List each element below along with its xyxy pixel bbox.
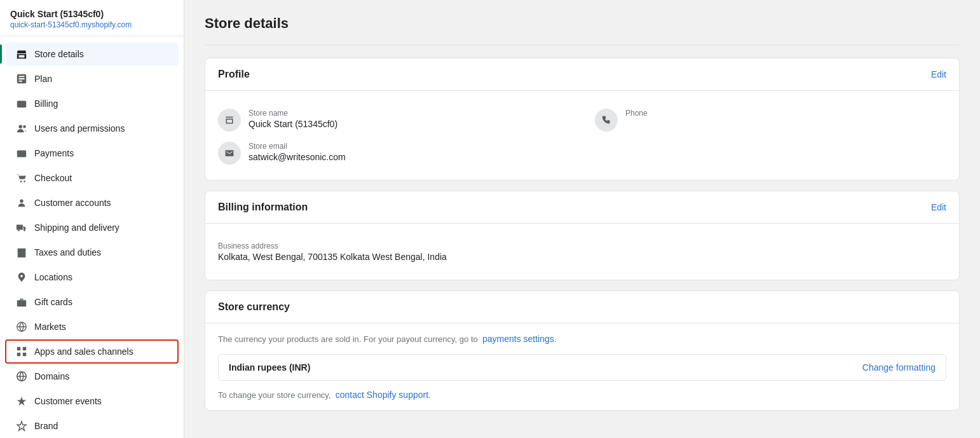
sidebar-item-label-markets: Markets (34, 322, 66, 332)
sidebar-item-label-billing: Billing (34, 99, 58, 109)
sidebar-item-customer-events[interactable]: Customer events (5, 389, 179, 413)
svg-rect-10 (17, 300, 26, 306)
header-divider (205, 44, 960, 45)
sidebar-item-label-apps-sales-channels: Apps and sales channels (34, 346, 133, 357)
sidebar-item-apps-sales-channels[interactable]: Apps and sales channels (5, 339, 179, 364)
sidebar-item-gift-cards[interactable]: Gift cards (5, 290, 179, 314)
sidebar-item-checkout[interactable]: Checkout (5, 166, 179, 190)
sidebar-item-shipping-delivery[interactable]: Shipping and delivery (5, 216, 179, 240)
sidebar-item-plan[interactable]: Plan (5, 67, 179, 91)
sidebar-item-domains[interactable]: Domains (5, 364, 179, 388)
markets-icon (15, 320, 28, 333)
sidebar-item-taxes-duties[interactable]: Taxes and duties (5, 240, 179, 264)
svg-rect-12 (17, 347, 20, 350)
billing-edit-link[interactable]: Edit (931, 202, 946, 212)
email-value: satwick@writesonic.com (248, 152, 346, 162)
plan-icon (15, 72, 28, 85)
customer-events-icon (15, 395, 28, 407)
sidebar-item-label-gift-cards: Gift cards (34, 297, 72, 307)
profile-card-header: Profile Edit (205, 58, 959, 91)
phone-icon (595, 109, 618, 132)
svg-rect-14 (17, 353, 20, 356)
profile-edit-link[interactable]: Edit (931, 69, 946, 79)
brand-icon (15, 420, 28, 432)
business-address-field: Business address Kolkata, West Bengal, 7… (218, 234, 946, 270)
profile-card-title: Profile (218, 69, 250, 80)
currency-card: Store currency The currency your product… (205, 291, 960, 411)
currency-box: Indian rupees (INR) Change formatting (218, 354, 946, 381)
profile-card: Profile Edit Store name Quick Start (513… (205, 58, 960, 181)
svg-point-2 (23, 125, 26, 128)
email-label: Store email (248, 142, 346, 151)
users-icon (15, 122, 28, 135)
svg-rect-9 (18, 249, 26, 257)
currency-card-header: Store currency (205, 291, 959, 324)
billing-card: Billing information Edit Business addres… (205, 191, 960, 280)
gift-cards-icon (15, 296, 28, 308)
apps-icon (15, 345, 28, 358)
store-name-content: Store name Quick Start (51345cf0) (248, 109, 337, 129)
locations-icon (15, 271, 28, 284)
svg-rect-3 (17, 151, 26, 158)
main-content: Store details Profile Edit Store name Qu… (184, 0, 980, 438)
sidebar-item-users-permissions[interactable]: Users and permissions (5, 116, 179, 140)
payments-settings-link[interactable]: payments settings (482, 334, 554, 344)
taxes-icon (15, 246, 28, 259)
sidebar-item-label-customer-accounts: Customer accounts (34, 198, 111, 208)
profile-card-body: Store name Quick Start (51345cf0) Phone (205, 91, 959, 180)
sidebar-header: Quick Start (51345cf0) quick-start-51345… (0, 0, 184, 36)
billing-icon (15, 97, 28, 110)
sidebar-item-markets[interactable]: Markets (5, 315, 179, 339)
sidebar-item-label-customer-events: Customer events (34, 396, 102, 406)
phone-field: Phone (595, 109, 946, 132)
billing-card-body: Business address Kolkata, West Bengal, 7… (205, 224, 959, 280)
contact-shopify-link[interactable]: contact Shopify support (336, 390, 428, 400)
svg-point-5 (24, 181, 25, 182)
sidebar-item-store-details[interactable]: Store details (5, 42, 179, 66)
profile-grid: Store name Quick Start (51345cf0) Phone (218, 101, 946, 139)
shipping-icon (15, 221, 28, 234)
domains-icon (15, 370, 28, 383)
business-address-label: Business address (218, 242, 946, 250)
svg-point-4 (20, 181, 22, 182)
sidebar-item-label-brand: Brand (34, 421, 58, 431)
sidebar-store-name: Quick Start (51345cf0) (10, 9, 174, 19)
business-address-value: Kolkata, West Bengal, 700135 Kolkata Wes… (218, 252, 946, 262)
sidebar-item-billing[interactable]: Billing (5, 92, 179, 116)
store-name-label: Store name (248, 109, 337, 118)
email-field: Store email satwick@writesonic.com (218, 139, 946, 170)
sidebar-item-label-store-details: Store details (34, 49, 84, 59)
payments-icon (15, 147, 28, 160)
phone-value (625, 119, 648, 129)
svg-point-1 (19, 125, 22, 128)
sidebar-item-label-plan: Plan (34, 74, 52, 84)
sidebar: Quick Start (51345cf0) quick-start-51345… (0, 0, 184, 438)
currency-description: The currency your products are sold in. … (218, 334, 946, 344)
currency-name: Indian rupees (INR) (229, 362, 310, 373)
currency-note: To change your store currency, contact S… (218, 390, 946, 400)
sidebar-item-label-payments: Payments (34, 148, 74, 158)
sidebar-item-payments[interactable]: Payments (5, 141, 179, 165)
phone-label: Phone (625, 109, 648, 118)
sidebar-store-url[interactable]: quick-start-51345cf0.myshopify.com (10, 20, 132, 29)
sidebar-item-locations[interactable]: Locations (5, 265, 179, 289)
billing-card-title: Billing information (218, 202, 308, 213)
sidebar-item-brand[interactable]: Brand (5, 414, 179, 438)
store-icon (15, 48, 28, 60)
billing-card-header: Billing information Edit (205, 191, 959, 224)
sidebar-item-label-checkout: Checkout (34, 173, 72, 183)
sidebar-item-label-users-permissions: Users and permissions (34, 123, 125, 133)
sidebar-item-label-shipping-delivery: Shipping and delivery (34, 222, 119, 233)
checkout-icon (15, 172, 28, 184)
change-formatting-link[interactable]: Change formatting (862, 362, 936, 373)
customer-accounts-icon (15, 196, 28, 209)
store-name-value: Quick Start (51345cf0) (248, 119, 337, 129)
page-title: Store details (205, 15, 960, 32)
phone-content: Phone (625, 109, 648, 129)
email-content: Store email satwick@writesonic.com (248, 142, 346, 162)
currency-card-title: Store currency (218, 301, 290, 313)
svg-rect-15 (23, 353, 26, 356)
sidebar-item-customer-accounts[interactable]: Customer accounts (5, 191, 179, 215)
svg-point-6 (20, 200, 23, 203)
sidebar-item-label-taxes-duties: Taxes and duties (34, 247, 101, 257)
